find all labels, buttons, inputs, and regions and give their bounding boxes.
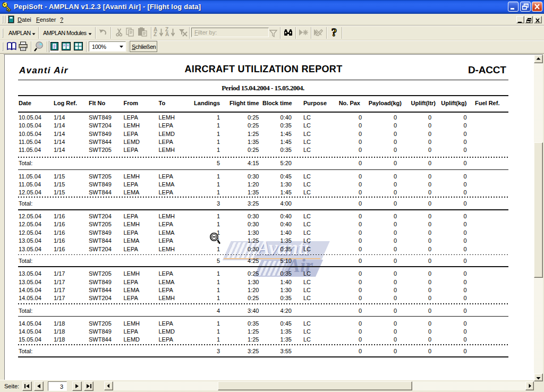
svg-text:?: ? bbox=[332, 28, 337, 39]
